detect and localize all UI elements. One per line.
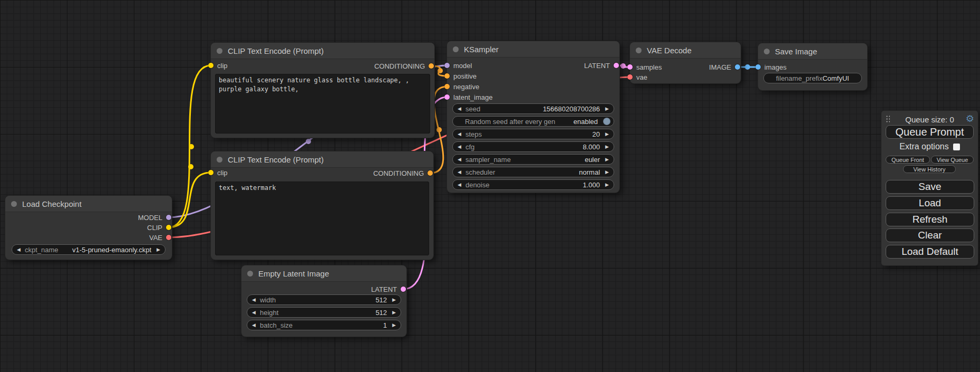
- refresh-button[interactable]: Refresh: [886, 213, 974, 226]
- node-title-bar[interactable]: Save Image: [758, 43, 867, 60]
- node-title-bar[interactable]: CLIP Text Encode (Prompt): [211, 43, 434, 59]
- conditioning-slot-icon[interactable]: [429, 63, 434, 69]
- increment-arrow-icon[interactable]: ▶: [605, 183, 609, 187]
- steps-widget[interactable]: ◀ steps 20 ▶: [452, 129, 614, 139]
- output-slot-conditioning[interactable]: CONDITIONING: [373, 169, 433, 177]
- decrement-arrow-icon[interactable]: ◀: [252, 323, 256, 328]
- output-slot-clip[interactable]: CLIP: [147, 223, 171, 232]
- decrement-arrow-icon[interactable]: ◀: [458, 145, 461, 149]
- output-slot-image[interactable]: IMAGE: [709, 63, 740, 71]
- decrement-arrow-icon[interactable]: ◀: [458, 157, 461, 162]
- node-title-bar[interactable]: Empty Latent Image: [241, 265, 406, 282]
- load-button[interactable]: Load: [886, 196, 974, 210]
- node-title-bar[interactable]: KSampler: [447, 41, 619, 58]
- width-widget[interactable]: ◀ width 512 ▶: [247, 294, 401, 305]
- node-graph-canvas[interactable]: Load Checkpoint MODEL CLIP VAE ◀ ckpt_na…: [0, 0, 980, 372]
- clip-slot-icon[interactable]: [166, 225, 171, 230]
- input-slot-samples[interactable]: samples: [627, 63, 662, 71]
- latent-slot-icon[interactable]: [614, 63, 619, 68]
- collapse-dot-icon[interactable]: [217, 48, 222, 54]
- increment-arrow-icon[interactable]: ▶: [157, 247, 160, 252]
- collapse-dot-icon[interactable]: [764, 49, 770, 54]
- node-load-checkpoint[interactable]: Load Checkpoint MODEL CLIP VAE ◀ ckpt_na…: [5, 196, 172, 260]
- input-slot-vae[interactable]: vae: [627, 73, 647, 81]
- node-ksampler[interactable]: KSampler model positive negative latent_…: [447, 41, 619, 193]
- decrement-arrow-icon[interactable]: ◀: [17, 247, 21, 252]
- node-vae-decode[interactable]: VAE Decode samples vae IMAGE: [630, 42, 741, 83]
- input-slot-model[interactable]: model: [444, 61, 472, 70]
- increment-arrow-icon[interactable]: ▶: [605, 107, 609, 111]
- increment-arrow-icon[interactable]: ▶: [392, 323, 396, 328]
- node-clip-text-encode-positive[interactable]: CLIP Text Encode (Prompt) clip CONDITION…: [211, 43, 434, 138]
- ckpt-name-widget[interactable]: ◀ ckpt_name v1-5-pruned-emaonly.ckpt ▶: [12, 244, 166, 255]
- sampler-name-widget[interactable]: ◀ sampler_name euler ▶: [452, 154, 614, 165]
- increment-arrow-icon[interactable]: ▶: [605, 170, 609, 175]
- output-slot-model[interactable]: MODEL: [138, 213, 171, 222]
- filename-prefix-widget[interactable]: filename_prefix ComfyUI: [763, 73, 862, 83]
- node-title-bar[interactable]: VAE Decode: [630, 42, 741, 59]
- decrement-arrow-icon[interactable]: ◀: [252, 310, 256, 315]
- link-midpoint-dot[interactable]: [620, 63, 626, 69]
- collapse-dot-icon[interactable]: [217, 157, 222, 163]
- link-midpoint-dot[interactable]: [438, 68, 443, 73]
- input-slot-images[interactable]: images: [755, 63, 787, 71]
- model-slot-icon[interactable]: [166, 215, 171, 220]
- queue-prompt-button[interactable]: Queue Prompt: [886, 125, 974, 139]
- link-midpoint-dot[interactable]: [306, 139, 311, 144]
- collapse-dot-icon[interactable]: [11, 201, 17, 207]
- output-slot-vae[interactable]: VAE: [149, 233, 171, 242]
- node-save-image[interactable]: Save Image images filename_prefix ComfyU…: [758, 43, 867, 90]
- node-clip-text-encode-negative[interactable]: CLIP Text Encode (Prompt) clip CONDITION…: [211, 151, 433, 260]
- input-slot-latent-image[interactable]: latent_image: [444, 93, 492, 101]
- image-slot-icon[interactable]: [735, 64, 740, 70]
- view-history-button[interactable]: View History: [903, 165, 956, 173]
- seed-widget[interactable]: ◀ seed 156680208700286 ▶: [452, 103, 614, 114]
- increment-arrow-icon[interactable]: ▶: [605, 132, 609, 137]
- latent-slot-icon[interactable]: [401, 287, 406, 292]
- batch-size-widget[interactable]: ◀ batch_size 1 ▶: [247, 320, 401, 330]
- toggle-circle-icon[interactable]: [603, 118, 610, 125]
- clip-slot-icon[interactable]: [208, 63, 214, 68]
- node-empty-latent-image[interactable]: Empty Latent Image LATENT ◀ width 512 ▶ …: [241, 265, 406, 337]
- decrement-arrow-icon[interactable]: ◀: [458, 132, 461, 137]
- image-slot-icon[interactable]: [755, 64, 761, 70]
- node-title-bar[interactable]: CLIP Text Encode (Prompt): [211, 151, 433, 168]
- load-default-button[interactable]: Load Default: [886, 245, 974, 259]
- input-slot-clip[interactable]: clip: [208, 61, 228, 70]
- input-slot-clip[interactable]: clip: [208, 168, 228, 177]
- conditioning-slot-icon[interactable]: [428, 170, 433, 176]
- clip-slot-icon[interactable]: [208, 170, 214, 175]
- link-midpoint-dot[interactable]: [436, 127, 442, 132]
- conditioning-slot-icon[interactable]: [444, 84, 450, 89]
- latent-slot-icon[interactable]: [627, 64, 633, 70]
- random-seed-toggle-widget[interactable]: Random seed after every gen enabled: [452, 116, 614, 127]
- link-midpoint-dot[interactable]: [189, 144, 194, 149]
- scheduler-widget[interactable]: ◀ scheduler normal ▶: [452, 167, 614, 177]
- save-button[interactable]: Save: [886, 180, 974, 194]
- height-widget[interactable]: ◀ height 512 ▶: [247, 307, 401, 318]
- decrement-arrow-icon[interactable]: ◀: [458, 170, 461, 175]
- output-slot-latent[interactable]: LATENT: [584, 61, 619, 70]
- output-slot-conditioning[interactable]: CONDITIONING: [374, 62, 434, 70]
- output-slot-latent[interactable]: LATENT: [371, 285, 406, 293]
- decrement-arrow-icon[interactable]: ◀: [458, 107, 461, 111]
- conditioning-slot-icon[interactable]: [444, 73, 450, 79]
- queue-front-button[interactable]: Queue Front: [886, 156, 930, 164]
- collapse-dot-icon[interactable]: [453, 46, 459, 52]
- node-title-bar[interactable]: Load Checkpoint: [5, 196, 172, 212]
- decrement-arrow-icon[interactable]: ◀: [458, 183, 461, 187]
- increment-arrow-icon[interactable]: ▶: [392, 298, 396, 302]
- increment-arrow-icon[interactable]: ▶: [605, 145, 609, 149]
- decrement-arrow-icon[interactable]: ◀: [252, 298, 256, 302]
- collapse-dot-icon[interactable]: [247, 271, 253, 276]
- denoise-widget[interactable]: ◀ denoise 1.000 ▶: [452, 179, 614, 190]
- increment-arrow-icon[interactable]: ▶: [605, 157, 609, 162]
- clear-button[interactable]: Clear: [886, 228, 974, 242]
- link-midpoint-dot[interactable]: [188, 164, 193, 169]
- prompt-textarea[interactable]: beautiful scenery nature glass bottle la…: [215, 74, 430, 133]
- settings-gear-icon[interactable]: ⚙: [966, 113, 974, 125]
- input-slot-negative[interactable]: negative: [444, 82, 479, 91]
- vae-slot-icon[interactable]: [166, 235, 171, 240]
- link-midpoint-dot[interactable]: [745, 64, 750, 70]
- vae-slot-icon[interactable]: [627, 74, 633, 80]
